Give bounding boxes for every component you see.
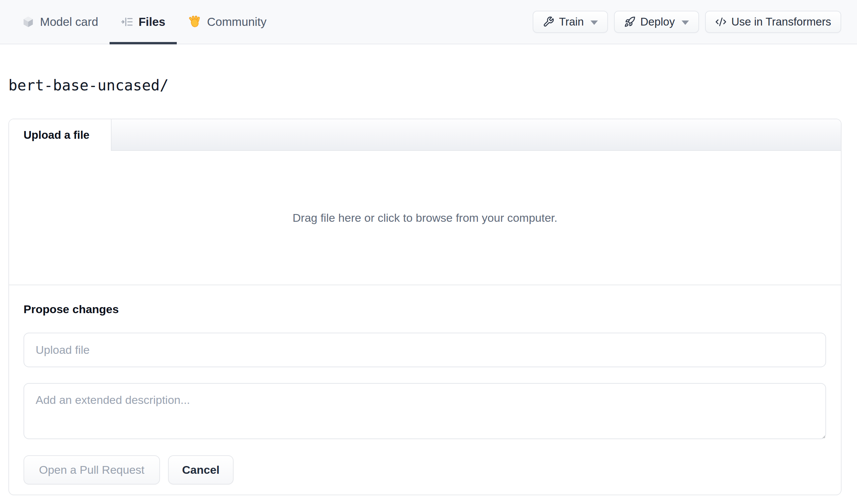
rocket-icon (624, 16, 636, 28)
cancel-button[interactable]: Cancel (168, 455, 234, 485)
chevron-down-icon (682, 20, 689, 25)
code-icon (715, 16, 727, 28)
repo-navbar: Model card Files (0, 0, 857, 44)
file-dropzone[interactable]: Drag file here or click to browse from y… (9, 151, 841, 285)
open-pull-request-button[interactable]: Open a Pull Request (23, 455, 160, 485)
button-label: Deploy (640, 15, 675, 28)
tabbar-filler (112, 119, 841, 150)
propose-changes-heading: Propose changes (23, 303, 826, 316)
waving-hand-icon (188, 15, 202, 29)
breadcrumb: bert-base-uncased/ (9, 77, 842, 94)
repo-path-link[interactable]: bert-base-uncased/ (9, 77, 169, 94)
upload-card-tabbar: Upload a file (9, 119, 841, 151)
deploy-button[interactable]: Deploy (614, 11, 699, 33)
active-tab-underline (110, 42, 177, 44)
propose-changes-section: Propose changes Open a Pull Request Canc… (9, 285, 841, 494)
files-page: bert-base-uncased/ Upload a file Drag fi… (0, 77, 857, 495)
upload-card: Upload a file Drag file here or click to… (9, 119, 842, 495)
dropzone-hint-text: Drag file here or click to browse from y… (293, 211, 557, 224)
tab-model-card[interactable]: Model card (11, 0, 110, 44)
tab-files[interactable]: Files (110, 0, 177, 44)
button-label: Train (559, 15, 584, 28)
tab-community[interactable]: Community (177, 0, 278, 44)
train-button[interactable]: Train (533, 11, 608, 33)
cube-icon (22, 15, 35, 28)
tab-upload-a-file[interactable]: Upload a file (9, 119, 112, 151)
use-in-transformers-button[interactable]: Use in Transformers (705, 11, 841, 33)
tab-label: Community (207, 15, 267, 29)
extended-description-textarea[interactable] (23, 383, 826, 439)
tab-label: Model card (40, 15, 98, 29)
chevron-down-icon (590, 20, 598, 25)
files-list-icon (121, 16, 133, 28)
tab-label: Files (138, 15, 165, 29)
wrench-icon (543, 16, 554, 28)
form-buttons-row: Open a Pull Request Cancel (23, 455, 826, 485)
repo-tabs: Model card Files (22, 0, 278, 44)
button-label: Use in Transformers (731, 15, 831, 28)
repo-action-buttons: Train Deploy Use in Transformers (533, 0, 841, 44)
upload-file-input[interactable] (23, 333, 826, 367)
